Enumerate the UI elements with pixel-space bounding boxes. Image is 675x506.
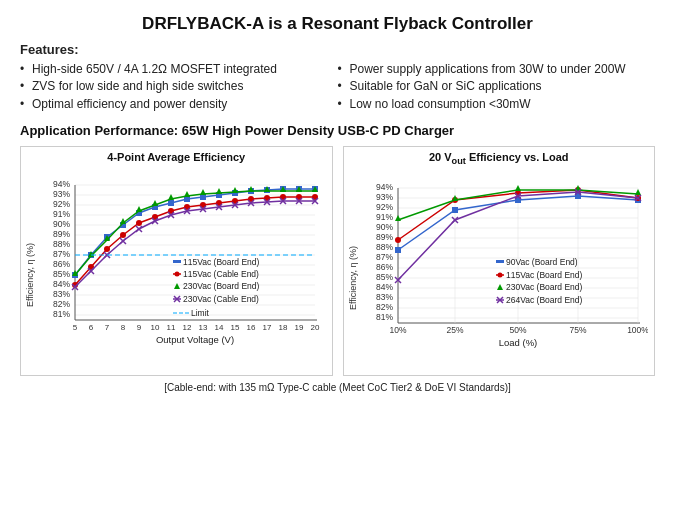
svg-text:89%: 89% bbox=[53, 229, 70, 239]
svg-text:115Vac (Board End): 115Vac (Board End) bbox=[506, 270, 583, 280]
chart2-title: 20 Vout Efficiency vs. Load bbox=[348, 151, 651, 166]
svg-text:81%: 81% bbox=[53, 309, 70, 319]
svg-text:86%: 86% bbox=[53, 259, 70, 269]
page-title: DRFLYBACK-A is a Resonant Flyback Contro… bbox=[20, 14, 655, 34]
svg-text:Limit: Limit bbox=[191, 308, 210, 318]
feature-left-1: High-side 650V / 4A 1.2Ω MOSFET integrat… bbox=[20, 61, 338, 78]
svg-text:84%: 84% bbox=[53, 279, 70, 289]
svg-text:87%: 87% bbox=[376, 252, 393, 262]
svg-text:82%: 82% bbox=[376, 302, 393, 312]
svg-text:93%: 93% bbox=[53, 189, 70, 199]
footnote: [Cable-end: with 135 mΩ Type-C cable (Me… bbox=[20, 382, 655, 393]
feature-left-2: ZVS for low side and high side switches bbox=[20, 78, 338, 95]
chart1-container: 4-Point Average Efficiency Efficiency, η… bbox=[20, 146, 333, 376]
svg-text:16: 16 bbox=[247, 323, 256, 332]
svg-text:230Vac (Cable End): 230Vac (Cable End) bbox=[183, 294, 259, 304]
svg-point-66 bbox=[120, 232, 126, 238]
svg-text:91%: 91% bbox=[53, 209, 70, 219]
svg-marker-88 bbox=[216, 188, 222, 194]
svg-rect-183 bbox=[452, 207, 458, 213]
feature-right-1: Power supply applications from 30W to un… bbox=[338, 61, 656, 78]
app-perf-title: Application Performance: 65W High Power … bbox=[20, 123, 655, 138]
svg-text:10: 10 bbox=[151, 323, 160, 332]
svg-text:6: 6 bbox=[89, 323, 94, 332]
features-label: Features: bbox=[20, 42, 655, 57]
chart2-area: Efficiency, η (%) 94% 93% 92% 91% 90% 89… bbox=[348, 168, 651, 371]
svg-rect-182 bbox=[395, 247, 401, 253]
svg-marker-196 bbox=[635, 189, 641, 195]
svg-text:93%: 93% bbox=[376, 192, 393, 202]
svg-text:89%: 89% bbox=[376, 232, 393, 242]
svg-text:11: 11 bbox=[167, 323, 176, 332]
svg-rect-207 bbox=[496, 260, 504, 263]
chart2-container: 20 Vout Efficiency vs. Load Efficiency, … bbox=[343, 146, 656, 376]
svg-text:5: 5 bbox=[73, 323, 78, 332]
svg-text:8: 8 bbox=[121, 323, 126, 332]
svg-text:9: 9 bbox=[137, 323, 142, 332]
svg-text:84%: 84% bbox=[376, 282, 393, 292]
svg-text:85%: 85% bbox=[53, 269, 70, 279]
feature-left-3: Optimal efficiency and power density bbox=[20, 96, 338, 113]
svg-text:100%: 100% bbox=[627, 325, 648, 335]
svg-text:85%: 85% bbox=[376, 272, 393, 282]
svg-point-67 bbox=[136, 220, 142, 226]
svg-text:18: 18 bbox=[279, 323, 288, 332]
svg-text:13: 13 bbox=[199, 323, 208, 332]
feature-right-3: Low no load consumption <30mW bbox=[338, 96, 656, 113]
svg-text:83%: 83% bbox=[53, 289, 70, 299]
svg-text:94%: 94% bbox=[376, 182, 393, 192]
chart1-area: Efficiency, η (%) 94% 93% 92% 91% 90% 89… bbox=[25, 165, 328, 368]
svg-text:50%: 50% bbox=[509, 325, 526, 335]
svg-text:230Vac (Board End): 230Vac (Board End) bbox=[183, 281, 260, 291]
svg-text:91%: 91% bbox=[376, 212, 393, 222]
svg-text:90%: 90% bbox=[53, 219, 70, 229]
svg-marker-212 bbox=[497, 284, 503, 290]
svg-text:Load (%): Load (%) bbox=[498, 337, 537, 348]
svg-text:Efficiency, η (%): Efficiency, η (%) bbox=[348, 246, 358, 310]
chart2-svg: Efficiency, η (%) 94% 93% 92% 91% 90% 89… bbox=[348, 168, 648, 368]
svg-marker-86 bbox=[184, 191, 190, 197]
svg-text:19: 19 bbox=[295, 323, 304, 332]
svg-text:90Vac (Board End): 90Vac (Board End) bbox=[506, 257, 578, 267]
svg-text:86%: 86% bbox=[376, 262, 393, 272]
svg-text:88%: 88% bbox=[376, 242, 393, 252]
svg-text:75%: 75% bbox=[569, 325, 586, 335]
svg-text:88%: 88% bbox=[53, 239, 70, 249]
svg-text:115Vac (Cable End): 115Vac (Cable End) bbox=[183, 269, 259, 279]
svg-rect-128 bbox=[173, 260, 181, 263]
svg-rect-53 bbox=[168, 200, 174, 206]
svg-text:15: 15 bbox=[231, 323, 240, 332]
svg-text:12: 12 bbox=[183, 323, 192, 332]
svg-point-131 bbox=[175, 272, 180, 277]
feature-right-2: Suitable for GaN or SiC applications bbox=[338, 78, 656, 95]
svg-text:82%: 82% bbox=[53, 299, 70, 309]
svg-text:264Vac (Board End): 264Vac (Board End) bbox=[506, 295, 583, 305]
svg-text:17: 17 bbox=[263, 323, 272, 332]
svg-point-65 bbox=[104, 246, 110, 252]
svg-text:92%: 92% bbox=[376, 202, 393, 212]
features-right-col: Power supply applications from 30W to un… bbox=[338, 61, 656, 113]
svg-text:92%: 92% bbox=[53, 199, 70, 209]
chart1-svg: Efficiency, η (%) 94% 93% 92% 91% 90% 89… bbox=[25, 165, 325, 365]
svg-text:25%: 25% bbox=[446, 325, 463, 335]
svg-text:90%: 90% bbox=[376, 222, 393, 232]
svg-text:Output Voltage (V): Output Voltage (V) bbox=[156, 334, 234, 345]
svg-text:230Vac (Board End): 230Vac (Board End) bbox=[506, 282, 583, 292]
svg-text:14: 14 bbox=[215, 323, 224, 332]
svg-point-210 bbox=[497, 273, 502, 278]
chart1-title: 4-Point Average Efficiency bbox=[25, 151, 328, 163]
features-left-col: High-side 650V / 4A 1.2Ω MOSFET integrat… bbox=[20, 61, 338, 113]
svg-marker-87 bbox=[200, 189, 206, 195]
svg-marker-84 bbox=[152, 200, 158, 206]
svg-marker-133 bbox=[174, 283, 180, 289]
svg-text:94%: 94% bbox=[53, 179, 70, 189]
svg-text:Efficiency, η (%): Efficiency, η (%) bbox=[25, 243, 35, 307]
svg-text:87%: 87% bbox=[53, 249, 70, 259]
svg-text:115Vac (Board End): 115Vac (Board End) bbox=[183, 257, 260, 267]
svg-point-187 bbox=[395, 237, 401, 243]
svg-text:81%: 81% bbox=[376, 312, 393, 322]
svg-text:10%: 10% bbox=[389, 325, 406, 335]
svg-text:83%: 83% bbox=[376, 292, 393, 302]
svg-text:20: 20 bbox=[311, 323, 320, 332]
svg-text:7: 7 bbox=[105, 323, 110, 332]
